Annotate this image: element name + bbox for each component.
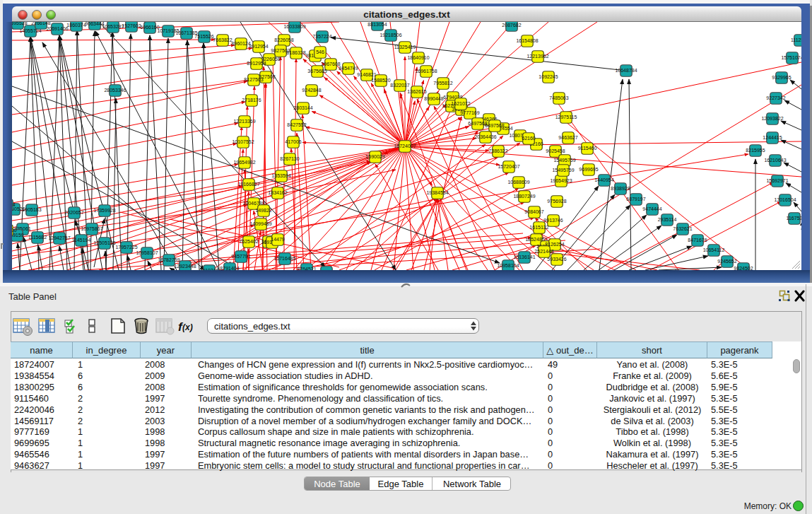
svg-text:6497568: 6497568	[485, 123, 504, 128]
svg-text:15720407: 15720407	[498, 164, 519, 169]
svg-text:12505135: 12505135	[93, 240, 115, 245]
svg-text:8226058: 8226058	[274, 37, 293, 42]
svg-text:8912954: 8912954	[247, 61, 266, 66]
svg-text:1590029: 1590029	[365, 154, 384, 159]
svg-text:17359928: 17359928	[93, 208, 115, 213]
svg-text:1621072: 1621072	[451, 101, 470, 106]
svg-text:9699695: 9699695	[579, 167, 598, 172]
svg-text:9457791: 9457791	[231, 254, 250, 259]
svg-text:9115460: 9115460	[578, 146, 597, 151]
svg-text:8267130: 8267130	[280, 156, 299, 161]
svg-text:16782759: 16782759	[158, 257, 180, 262]
svg-text:7386322: 7386322	[488, 148, 507, 153]
svg-text:2967608: 2967608	[321, 62, 340, 66]
svg-text:(x): (x)	[182, 322, 193, 332]
svg-text:8791404: 8791404	[220, 266, 239, 270]
svg-text:1092245: 1092245	[539, 74, 558, 79]
svg-text:2266148: 2266148	[31, 22, 50, 25]
svg-text:18640910: 18640910	[407, 55, 429, 60]
svg-text:8764521: 8764521	[297, 267, 316, 270]
svg-text:9756928: 9756928	[547, 199, 566, 204]
svg-text:10648784: 10648784	[615, 68, 637, 73]
svg-text:9913746: 9913746	[543, 218, 563, 223]
svg-text:10107552: 10107552	[232, 139, 254, 144]
svg-text:8186328: 8186328	[286, 50, 305, 55]
svg-text:16154808: 16154808	[516, 38, 538, 43]
svg-text:10654112: 10654112	[703, 247, 725, 252]
svg-text:7625402: 7625402	[239, 239, 258, 244]
svg-text:17016504: 17016504	[774, 197, 796, 202]
svg-text:7663822: 7663822	[213, 37, 232, 42]
svg-text:9146821: 9146821	[357, 72, 376, 77]
svg-text:8471676: 8471676	[688, 238, 707, 243]
svg-text:12975115: 12975115	[555, 115, 577, 119]
svg-text:1527602: 1527602	[122, 23, 141, 28]
svg-text:15751074: 15751074	[781, 55, 801, 60]
svg-text:19384554: 19384554	[426, 190, 448, 195]
svg-text:3675685: 3675685	[307, 69, 326, 74]
svg-text:18807249: 18807249	[513, 194, 535, 199]
svg-text:8215955: 8215955	[746, 148, 765, 153]
svg-text:62160: 62160	[522, 136, 536, 141]
svg-text:116753: 116753	[787, 216, 801, 221]
svg-text:10975867: 10975867	[81, 226, 102, 231]
svg-text:9474444: 9474444	[642, 206, 661, 211]
svg-text:8595528: 8595528	[12, 22, 28, 25]
svg-text:149822: 149822	[255, 208, 271, 213]
svg-text:15136141: 15136141	[513, 255, 535, 259]
svg-text:7632621: 7632621	[673, 226, 692, 231]
svg-text:2945012: 2945012	[317, 269, 336, 270]
svg-text:2935114: 2935114	[658, 217, 677, 222]
svg-text:9777169: 9777169	[460, 110, 479, 115]
svg-text:8938928: 8938928	[611, 186, 630, 191]
svg-text:1244415: 1244415	[763, 135, 782, 140]
svg-text:2020657: 2020657	[64, 210, 83, 215]
svg-text:20364436: 20364436	[474, 134, 496, 139]
svg-text:16210643: 16210643	[764, 158, 786, 163]
svg-text:8127503: 8127503	[244, 77, 263, 82]
svg-text:10958107: 10958107	[136, 250, 158, 255]
svg-text:9084067: 9084067	[524, 209, 543, 214]
svg-text:1860374: 1860374	[66, 23, 86, 28]
svg-text:546: 546	[316, 49, 324, 54]
svg-text:1115682: 1115682	[28, 235, 47, 240]
svg-text:9463627: 9463627	[558, 135, 577, 140]
svg-text:16033809: 16033809	[283, 24, 305, 29]
svg-text:18724007: 18724007	[394, 144, 416, 148]
svg-text:12942757: 12942757	[48, 235, 70, 240]
svg-text:19166827: 19166827	[237, 182, 259, 187]
svg-text:5933426: 5933426	[547, 257, 566, 262]
svg-text:1615132: 1615132	[529, 225, 548, 230]
svg-text:10688609: 10688609	[507, 180, 529, 185]
svg-text:9245652: 9245652	[717, 259, 736, 264]
svg-text:17957225: 17957225	[115, 245, 137, 250]
svg-text:7955812: 7955812	[433, 81, 452, 86]
svg-text:15716485: 15716485	[273, 256, 295, 261]
svg-text:7485063: 7485063	[549, 95, 568, 100]
svg-text:2521443: 2521443	[534, 249, 553, 254]
svg-text:8813054: 8813054	[367, 22, 387, 27]
svg-text:19654982: 19654982	[233, 160, 255, 165]
svg-text:8990448: 8990448	[424, 96, 443, 101]
svg-text:12923448: 12923448	[174, 264, 196, 269]
svg-text:14099489: 14099489	[249, 221, 271, 226]
svg-text:9025458: 9025458	[546, 148, 565, 153]
svg-text:19218506: 19218506	[379, 33, 401, 37]
svg-text:8427552: 8427552	[287, 122, 306, 127]
svg-text:7357224: 7357224	[312, 34, 331, 39]
svg-text:1362615: 1362615	[407, 89, 426, 94]
svg-text:1834162: 1834162	[268, 190, 287, 195]
svg-text:7515526: 7515526	[194, 34, 213, 39]
svg-text:1588520: 1588520	[371, 78, 390, 83]
svg-text:1353594: 1353594	[271, 173, 290, 178]
svg-text:16961758: 16961758	[415, 69, 437, 74]
svg-text:8912954: 8912954	[249, 44, 268, 49]
svg-text:15495759: 15495759	[553, 158, 575, 163]
svg-text:1112503: 1112503	[791, 37, 801, 42]
svg-text:12213962: 12213962	[526, 54, 548, 59]
svg-text:10958104: 10958104	[497, 263, 519, 268]
svg-text:39159: 39159	[12, 233, 24, 238]
svg-text:417006: 417006	[285, 139, 301, 144]
svg-text:8322037: 8322037	[390, 83, 409, 88]
svg-text:20691406: 20691406	[46, 26, 68, 31]
